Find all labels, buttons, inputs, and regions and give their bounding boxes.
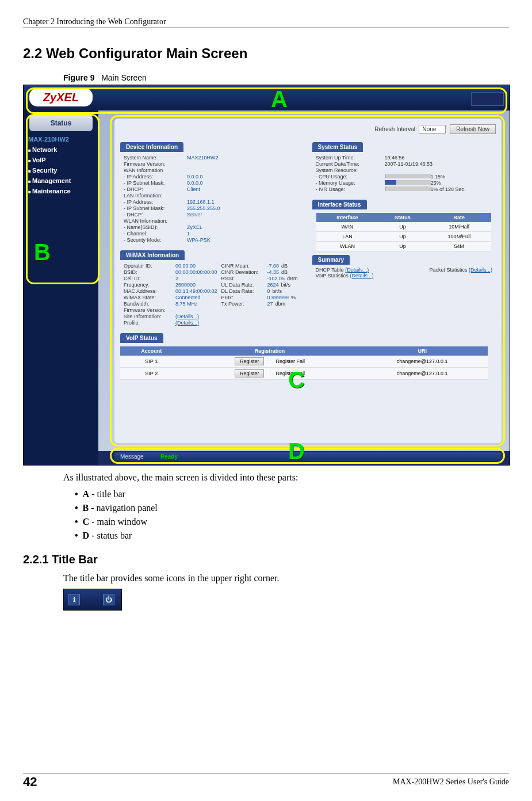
nav-item-network[interactable]: Network [28,146,94,153]
running-header: Chapter 2 Introducing the Web Configurat… [23,17,509,28]
titlebar-icons[interactable] [471,92,504,106]
summary-dhcp: DHCP Table [316,267,344,273]
wimax-info-title: WiMAX Information [120,250,185,260]
voip-acct: SIP 2 [120,368,182,380]
power-icon[interactable]: ⏻ [103,594,114,605]
summary-packet-link[interactable]: (Details...) [469,267,492,273]
nav-item-management[interactable]: Management [28,177,94,184]
device-info-body: System Name:MAX210HW2Firmware Version:WA… [120,152,304,247]
titlebar-icons-crop: ℹ ⏻ [63,589,122,611]
system-status-title: System Status [312,142,363,152]
info-icon[interactable]: ℹ [68,594,80,605]
main-pane: Refresh Interval: None Refresh Now Devic… [98,110,510,451]
section-heading: 2.2 Web Configurator Main Screen [23,45,509,62]
if-th-status: Status [378,213,427,222]
main-inner: Refresh Interval: None Refresh Now Devic… [114,119,502,443]
voip-reg-status: Register Fail [275,371,305,376]
table-row: LANUp100M/Full [316,232,491,242]
table-row: WANUp10M/Half [316,222,491,232]
figure-caption: Figure 9 Main Screen [63,73,509,82]
table-row: WLANUp54M [316,242,491,251]
page-footer: 42 MAX-200HW2 Series User's Guide [23,773,509,789]
status-bar: Message Ready [98,451,510,465]
nav-item-security[interactable]: Security [28,167,94,174]
nav-status-button[interactable]: Status [29,115,93,131]
voip-th-account: Account [120,346,182,356]
status-label: Message [120,453,144,460]
summary-dhcp-link[interactable]: (Details...) [345,267,369,273]
zyxel-logo: ZyXEL [29,88,93,106]
nav-item-voip[interactable]: VoIP [28,157,94,163]
figure-title: Main Screen [101,73,147,82]
nav-panel: Status MAX-210HW2 Network VoIP Security … [24,110,98,465]
summary-body: DHCP Table (Details...) Packet Statistic… [312,265,496,282]
screenshot: ZyXEL Status MAX-210HW2 Network VoIP Sec… [23,85,510,466]
summary-voip-link[interactable]: (Details...) [350,273,373,279]
summary-voip: VoIP Statistics [316,273,349,279]
status-value: Ready [160,453,178,460]
subsection-heading: 2.2.1 Title Bar [23,553,509,566]
device-info-title: Device Information [120,142,183,152]
voip-reg-status: Register Fail [275,358,305,364]
refresh-now-button[interactable]: Refresh Now [450,124,496,134]
refresh-row: Refresh Interval: None Refresh Now [120,124,496,134]
nav-item-maintenance[interactable]: Maintenance [28,188,94,194]
wimax-info-body: Operator ID:00:00:00BSID:00:00:00:00:00:… [120,260,304,330]
nav-model-label: MAX-210HW2 [28,136,94,143]
refresh-interval-select[interactable]: None [419,125,446,134]
interface-status-title: Interface Status [312,200,367,209]
summary-title: Summary [312,255,350,265]
bullet-list: A - title barB - navigation panelC - mai… [75,487,509,543]
figure-label: Figure 9 [63,73,94,82]
interface-status-table: Interface Status Rate WANUp10M/Half LANU… [316,213,491,251]
subsection-text: The title bar provides some icons in the… [63,572,509,585]
app-titlebar: ZyXEL [24,85,510,110]
if-th-interface: Interface [316,213,378,222]
footer-text: MAX-200HW2 Series User's Guide [393,777,509,787]
system-status-body: System Up Time:19:46:56Current Date/Time… [312,152,496,196]
intro-text: As illustrated above, the main screen is… [63,471,509,484]
if-th-rate: Rate [427,213,491,222]
voip-status-title: VoIP Status [120,333,163,343]
voip-acct: SIP 1 [120,356,182,368]
voip-register-button[interactable]: Register [235,357,265,365]
summary-packet: Packet Statistics [429,267,467,273]
page-number: 42 [23,775,37,789]
refresh-label: Refresh Interval: [374,126,416,132]
voip-register-button[interactable]: Register [235,369,265,377]
